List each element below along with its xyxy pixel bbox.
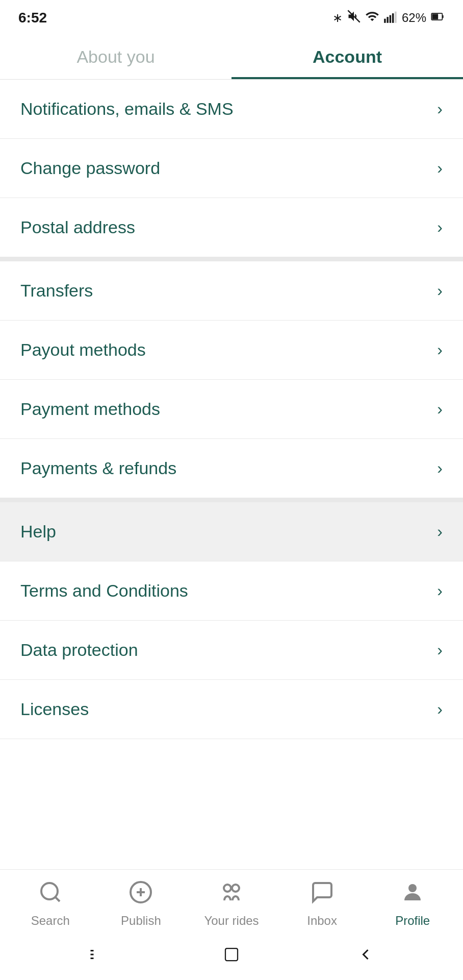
menu-item-change-password[interactable]: Change password › — [0, 139, 463, 198]
signal-icon — [383, 9, 398, 27]
svg-rect-20 — [225, 948, 238, 961]
svg-rect-18 — [91, 954, 94, 955]
home-button[interactable] — [222, 945, 241, 968]
menu-section-3: Terms and Conditions › Data protection ›… — [0, 561, 463, 739]
svg-rect-4 — [392, 13, 394, 23]
svg-rect-17 — [91, 950, 94, 951]
svg-rect-19 — [91, 958, 94, 959]
menu-section-help: Help › — [0, 502, 463, 561]
svg-rect-3 — [390, 15, 392, 23]
chevron-right-icon: › — [437, 641, 443, 659]
menu-section-1: Notifications, emails & SMS › Change pas… — [0, 80, 463, 257]
svg-rect-8 — [432, 14, 439, 19]
back-button[interactable] — [356, 945, 375, 968]
rides-icon — [219, 880, 244, 910]
svg-rect-1 — [384, 19, 386, 23]
menu-item-help[interactable]: Help › — [0, 502, 463, 561]
menu-item-licenses[interactable]: Licenses › — [0, 680, 463, 739]
svg-point-15 — [232, 885, 239, 892]
chat-icon — [310, 880, 335, 910]
chevron-right-icon: › — [437, 100, 443, 118]
status-time: 6:52 — [18, 10, 47, 26]
chevron-right-icon: › — [437, 400, 443, 419]
menu-item-payments-refunds[interactable]: Payments & refunds › — [0, 439, 463, 498]
status-bar: 6:52 ∗ 62% — [0, 0, 463, 33]
chevron-right-icon: › — [437, 340, 443, 359]
menu-section-2: Transfers › Payout methods › Payment met… — [0, 261, 463, 498]
search-icon — [38, 880, 63, 910]
section-divider-1 — [0, 257, 463, 261]
menu-item-transfers[interactable]: Transfers › — [0, 261, 463, 321]
chevron-right-icon: › — [437, 281, 443, 300]
nav-item-your-rides[interactable]: Your rides — [186, 880, 277, 928]
section-divider-2 — [0, 498, 463, 502]
chevron-right-icon: › — [437, 581, 443, 600]
menu-button[interactable] — [88, 945, 107, 968]
person-icon — [400, 880, 425, 910]
system-nav-bar — [0, 936, 463, 980]
wifi-icon — [365, 9, 379, 27]
svg-point-9 — [41, 883, 58, 899]
sound-icon — [347, 9, 361, 27]
nav-item-publish[interactable]: Publish — [96, 880, 187, 928]
svg-point-16 — [408, 884, 417, 892]
menu-list: Notifications, emails & SMS › Change pas… — [0, 80, 463, 869]
svg-line-10 — [55, 897, 60, 901]
status-icons: ∗ 62% — [332, 9, 445, 27]
tabs-container: About you Account — [0, 33, 463, 80]
chevron-right-icon: › — [437, 700, 443, 719]
plus-circle-icon — [128, 880, 153, 910]
svg-rect-7 — [442, 15, 443, 18]
bottom-nav: Search Publish Your rides Inbox — [0, 869, 463, 936]
chevron-right-icon: › — [437, 159, 443, 178]
chevron-right-icon: › — [437, 218, 443, 237]
tab-account[interactable]: Account — [232, 33, 463, 79]
menu-item-data-protection[interactable]: Data protection › — [0, 621, 463, 680]
menu-item-payment-methods[interactable]: Payment methods › — [0, 380, 463, 439]
nav-item-inbox[interactable]: Inbox — [277, 880, 368, 928]
chevron-right-icon: › — [437, 522, 443, 541]
svg-rect-5 — [395, 12, 397, 23]
tab-about-you[interactable]: About you — [0, 33, 232, 79]
chevron-right-icon: › — [437, 459, 443, 478]
menu-item-terms[interactable]: Terms and Conditions › — [0, 561, 463, 621]
bluetooth-icon: ∗ — [332, 11, 343, 25]
battery-icon — [430, 9, 445, 27]
menu-item-notifications[interactable]: Notifications, emails & SMS › — [0, 80, 463, 139]
menu-item-postal-address[interactable]: Postal address › — [0, 198, 463, 257]
battery-indicator: 62% — [402, 11, 426, 25]
svg-point-14 — [224, 885, 231, 892]
nav-item-search[interactable]: Search — [5, 880, 96, 928]
menu-item-payout-methods[interactable]: Payout methods › — [0, 321, 463, 380]
nav-item-profile[interactable]: Profile — [367, 880, 458, 928]
svg-rect-2 — [387, 17, 389, 23]
